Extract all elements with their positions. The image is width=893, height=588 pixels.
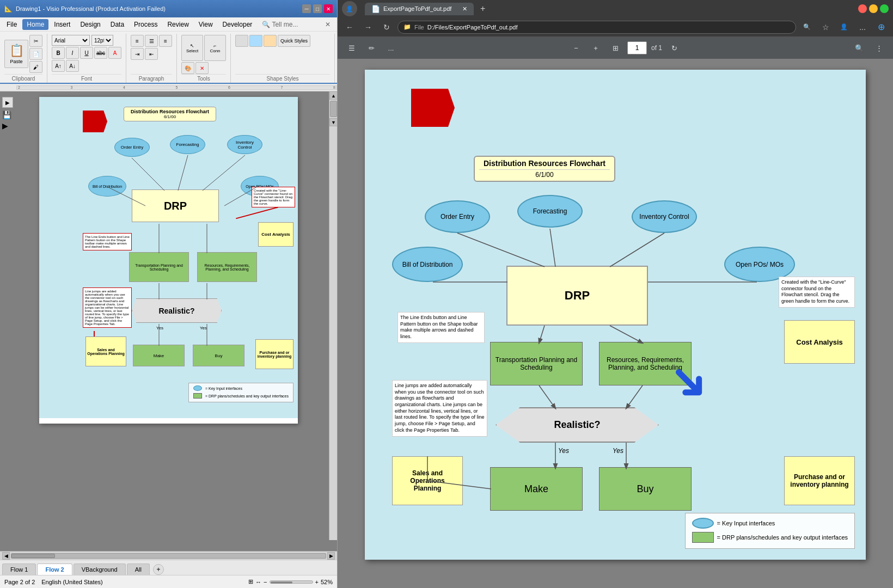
shape-style-1[interactable]	[235, 35, 248, 47]
flow1-tab[interactable]: Flow 1	[2, 564, 36, 575]
forward-button[interactable]: →	[360, 21, 376, 34]
zoom-thumb[interactable]	[271, 581, 292, 584]
font-selector[interactable]: Arial	[52, 35, 90, 46]
align-left-button[interactable]: ≡	[131, 35, 144, 47]
browser-maximize-button[interactable]	[880, 4, 889, 13]
pdf-browser-tab[interactable]: 📄 ExportPageToPdf_out.pdf ✕	[365, 3, 474, 15]
visio-canvas[interactable]: ▶ 💾 ▶ Distribution Resources Flowchart 6…	[0, 91, 337, 551]
url-bar[interactable]: 📁 File D:/Files/ExportPageToPdf_out.pdf	[397, 21, 796, 34]
browser-close-button[interactable]	[858, 4, 867, 13]
zoom-in-button[interactable]: +	[315, 579, 319, 585]
horizontal-scrollbar[interactable]: ◀ ▶	[0, 551, 337, 560]
menu-file[interactable]: File	[2, 19, 21, 30]
visio-maximize-button[interactable]: □	[313, 4, 322, 13]
align-center-button[interactable]: ☰	[145, 35, 158, 47]
search-pdf-button[interactable]: 🔍	[852, 40, 867, 56]
refresh-button[interactable]: ↻	[379, 21, 394, 34]
quick-save-button[interactable]: 💾	[2, 111, 13, 121]
expand-panel-button[interactable]: ▶	[2, 97, 13, 108]
align-right-button[interactable]: ≡	[159, 35, 172, 47]
shape-style-2[interactable]	[249, 35, 262, 47]
extensions-button[interactable]: ⊕	[873, 21, 889, 34]
scroll-thumb[interactable]	[330, 101, 337, 117]
menu-design[interactable]: Design	[76, 19, 105, 30]
format-shape-button[interactable]: 🎨	[181, 62, 194, 74]
menu-developer[interactable]: Developer	[218, 19, 257, 30]
back-button[interactable]: ←	[342, 21, 357, 34]
vbackground-tab[interactable]: VBackground	[74, 564, 126, 575]
zoom-browser-button[interactable]: 🔍	[799, 21, 815, 34]
quick-action-button[interactable]: ▶	[2, 121, 13, 132]
pdf-content-area[interactable]: Distribution Resources Flowchart 6/1/00 …	[338, 59, 893, 588]
strikethrough-button[interactable]: abc	[94, 47, 107, 59]
more-tools-button[interactable]: ...	[383, 40, 399, 56]
more-browser-button[interactable]: ...	[855, 21, 870, 34]
ribbon-shape-styles: Quick Styles Shape Styles	[233, 34, 335, 83]
bold-button[interactable]: B	[52, 47, 65, 59]
browser-minimize-button[interactable]	[869, 4, 878, 13]
menu-home[interactable]: Home	[22, 19, 48, 30]
visio-close-button[interactable]: ✕	[324, 4, 333, 13]
pdf-tab-close-icon[interactable]: ✕	[462, 5, 467, 13]
pdf-drp-label: DRP	[565, 289, 590, 303]
draw-tool-button[interactable]: ✏	[364, 40, 379, 56]
pdf-title-text: Distribution Resources Flowchart	[479, 159, 610, 168]
red-line	[236, 207, 278, 219]
delete-button[interactable]: ✕	[195, 62, 209, 74]
pointer-tool-button[interactable]: ↖Select	[181, 35, 203, 61]
scroll-right-button[interactable]: ▶	[327, 552, 335, 560]
pdf-transportation-label: Transportation Planning and Scheduling	[491, 353, 582, 375]
scroll-down-button[interactable]: ▼	[329, 118, 337, 126]
add-page-button[interactable]: +	[153, 564, 164, 575]
rotate-pdf-button[interactable]: ↻	[666, 40, 682, 56]
format-painter-button[interactable]: 🖌	[29, 61, 42, 73]
fit-page-button[interactable]: ⊞	[248, 578, 253, 585]
vertical-scrollbar[interactable]: ▲ ▼	[329, 91, 337, 540]
paste-button[interactable]: 📋 Paste	[4, 40, 28, 68]
buy-label: Buy	[215, 353, 223, 358]
fit-width-button[interactable]: ↔	[255, 579, 261, 585]
scroll-up-button[interactable]: ▲	[329, 91, 337, 100]
visio-minimize-button[interactable]: ─	[302, 4, 311, 13]
menu-tell-me[interactable]: 🔍 Tell me...	[258, 19, 302, 30]
toggle-sidebar-button[interactable]: ☰	[344, 40, 359, 56]
menu-data[interactable]: Data	[106, 19, 129, 30]
scroll-left-button[interactable]: ◀	[2, 552, 10, 560]
inventory-control-shape: Inventory Control	[227, 135, 262, 154]
zoom-in-pdf-button[interactable]: +	[588, 40, 603, 56]
page-number-input[interactable]	[627, 41, 647, 54]
decrease-font-button[interactable]: A↓	[66, 60, 79, 72]
zoom-out-button[interactable]: −	[264, 579, 267, 585]
more-pdf-button[interactable]: ⋮	[871, 40, 886, 56]
browser-profile-icon[interactable]: 👤	[342, 1, 357, 16]
font-size-selector[interactable]: 12pt.	[91, 35, 113, 46]
copy-button[interactable]: 📄	[29, 48, 42, 60]
legend-key-text: = Key Input interfaces	[205, 387, 242, 390]
underline-button[interactable]: U	[80, 47, 93, 59]
zoom-slider[interactable]	[270, 580, 313, 584]
fit-pdf-button[interactable]: ⊞	[608, 40, 623, 56]
italic-button[interactable]: I	[66, 47, 79, 59]
menu-close-x[interactable]: ✕	[321, 19, 335, 30]
increase-font-button[interactable]: A↑	[52, 60, 65, 72]
all-tab[interactable]: All	[127, 564, 150, 575]
shape-style-3[interactable]	[264, 35, 277, 47]
menu-review[interactable]: Review	[163, 19, 193, 30]
indent-button[interactable]: ⇥	[131, 48, 144, 60]
bookmark-button[interactable]: ☆	[818, 21, 833, 34]
menu-process[interactable]: Process	[130, 19, 162, 30]
outdent-button[interactable]: ⇤	[145, 48, 158, 60]
pdf-inventory-control-label: Inventory Control	[637, 211, 691, 223]
menu-view[interactable]: View	[194, 19, 217, 30]
new-tab-button[interactable]: +	[475, 2, 491, 16]
flow2-tab[interactable]: Flow 2	[37, 564, 72, 575]
font-color-button[interactable]: A	[108, 47, 121, 59]
scroll-track[interactable]	[11, 553, 326, 559]
zoom-out-pdf-button[interactable]: −	[568, 40, 584, 56]
cut-button[interactable]: ✂	[29, 35, 42, 47]
profile-button[interactable]: 👤	[836, 21, 852, 34]
menu-insert[interactable]: Insert	[50, 19, 75, 30]
quick-styles-button[interactable]: Quick Styles	[278, 35, 310, 47]
scroll-h-thumb[interactable]	[11, 554, 55, 558]
connector-tool-button[interactable]: ⌐Conn	[204, 35, 226, 61]
